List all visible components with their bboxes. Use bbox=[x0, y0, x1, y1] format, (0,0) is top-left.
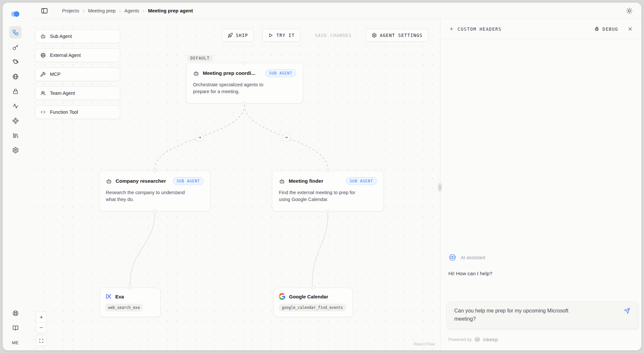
globe-icon bbox=[12, 73, 19, 80]
sidebar-item-settings[interactable] bbox=[9, 144, 22, 156]
globe-icon bbox=[40, 52, 46, 58]
assistant-identity: AI assistant bbox=[448, 253, 485, 261]
sidebar-item-activity[interactable] bbox=[9, 100, 22, 112]
node-handle[interactable] bbox=[128, 286, 132, 290]
content-area: Sub Agent External Agent MCP Team Agent bbox=[28, 19, 641, 350]
palette-item-team-agent[interactable]: Team Agent bbox=[35, 86, 120, 100]
hammer-icon bbox=[40, 71, 46, 77]
node-company-researcher[interactable]: Company researcher SUB AGENT Research th… bbox=[99, 171, 211, 211]
palette-item-label: Team Agent bbox=[50, 91, 75, 96]
try-it-button[interactable]: TRY IT bbox=[262, 29, 300, 42]
canvas-zoom-controls bbox=[36, 311, 47, 346]
sidebar-item-tags[interactable] bbox=[9, 56, 22, 68]
sidebar-item-security[interactable] bbox=[9, 85, 22, 97]
google-logo bbox=[279, 293, 285, 300]
user-avatar[interactable]: ME bbox=[12, 340, 19, 345]
node-description: Find the external meeting to prep for us… bbox=[279, 189, 365, 203]
agent-builder-window: ME Projects › Meeting prep › Agents › Me… bbox=[3, 3, 641, 350]
assistant-panel: CUSTOM HEADERS DEBUG bbox=[440, 19, 641, 350]
palette-item-function-tool[interactable]: Function Tool bbox=[35, 105, 120, 119]
fit-view-icon bbox=[39, 338, 44, 343]
inkeep-assistant-logo-icon bbox=[448, 253, 457, 261]
node-description: Research the company to understand what … bbox=[106, 189, 192, 203]
node-meeting-finder[interactable]: Meeting finder SUB AGENT Find the extern… bbox=[272, 171, 384, 211]
close-icon bbox=[627, 26, 633, 32]
palette-item-label: Sub Agent bbox=[50, 34, 72, 39]
component-icon bbox=[12, 117, 19, 124]
node-handle[interactable] bbox=[153, 210, 157, 213]
ship-button[interactable]: SHIP bbox=[222, 29, 254, 42]
tags-icon bbox=[12, 59, 19, 65]
send-message-button[interactable] bbox=[623, 308, 630, 314]
bot-icon bbox=[106, 178, 112, 184]
node-tool-exa[interactable]: Exa web_search_exa bbox=[100, 288, 161, 317]
node-handle[interactable] bbox=[153, 169, 157, 173]
sidebar-item-library[interactable] bbox=[9, 129, 22, 142]
sun-icon bbox=[626, 7, 633, 14]
sidebar-item-external[interactable] bbox=[9, 70, 22, 83]
palette-item-sub-agent[interactable]: Sub Agent bbox=[35, 29, 120, 43]
workflow-icon bbox=[12, 29, 19, 36]
breadcrumb-meeting-prep[interactable]: Meeting prep bbox=[88, 8, 116, 13]
sidebar-item-keys[interactable] bbox=[9, 41, 22, 53]
flow-canvas[interactable]: Sub Agent External Agent MCP Team Agent bbox=[28, 19, 440, 350]
debug-button[interactable]: DEBUG bbox=[594, 26, 618, 32]
breadcrumb: Projects › Meeting prep › Agents › Meeti… bbox=[62, 8, 193, 13]
node-meeting-prep-coordinator[interactable]: DEFAULT Meeting prep coordi... SUB AGENT… bbox=[186, 63, 303, 104]
react-flow-attribution[interactable]: React Flow bbox=[414, 342, 435, 346]
breadcrumb-agents[interactable]: Agents bbox=[124, 8, 139, 13]
assistant-panel-header: CUSTOM HEADERS DEBUG bbox=[441, 19, 641, 39]
close-panel-button[interactable] bbox=[627, 26, 633, 32]
palette-item-label: External Agent bbox=[50, 53, 81, 58]
breadcrumb-projects[interactable]: Projects bbox=[62, 8, 79, 13]
panel-left-toggle[interactable] bbox=[40, 7, 48, 15]
inkeep-logo-icon bbox=[474, 336, 480, 343]
sub-agent-badge: SUB AGENT bbox=[173, 177, 204, 185]
breadcrumb-separator: › bbox=[119, 8, 121, 13]
minus-icon bbox=[39, 325, 44, 330]
chat-input-text[interactable]: Can you help me prep for my upcoming Mic… bbox=[454, 307, 588, 323]
sidebar-item-help[interactable] bbox=[9, 307, 22, 319]
fit-view-button[interactable] bbox=[36, 335, 46, 346]
send-icon bbox=[623, 308, 630, 314]
sidebar-item-graph[interactable] bbox=[9, 26, 22, 39]
zoom-in-button[interactable] bbox=[36, 312, 46, 322]
node-title: Company researcher bbox=[116, 178, 169, 184]
chat-area: AI assistant Hi! How can I help? Can you… bbox=[441, 39, 641, 350]
code-icon bbox=[40, 109, 46, 115]
debug-label: DEBUG bbox=[603, 26, 618, 32]
play-icon bbox=[268, 33, 273, 38]
custom-headers-label: CUSTOM HEADERS bbox=[458, 26, 502, 32]
grip-dots-icon bbox=[439, 185, 441, 190]
plus-icon bbox=[449, 26, 454, 31]
palette-item-external-agent[interactable]: External Agent bbox=[35, 48, 120, 62]
bot-icon bbox=[193, 70, 199, 76]
edge-arrow-marker bbox=[195, 133, 204, 142]
theme-toggle-button[interactable] bbox=[626, 7, 633, 14]
edge-arrow-marker bbox=[282, 133, 291, 142]
agent-settings-button-label: AGENT SETTINGS bbox=[380, 33, 423, 38]
node-tool-google-calendar[interactable]: Google Calendar google_calendar_find_eve… bbox=[273, 288, 353, 317]
node-handle[interactable] bbox=[326, 210, 330, 213]
panel-resize-handle[interactable] bbox=[438, 183, 442, 192]
chat-message-input[interactable]: Can you help me prep for my upcoming Mic… bbox=[446, 301, 639, 329]
save-changes-button[interactable]: SAVE CHANGES bbox=[309, 29, 357, 42]
node-handle[interactable] bbox=[243, 61, 247, 65]
save-changes-button-label: SAVE CHANGES bbox=[315, 33, 351, 38]
custom-headers-button[interactable]: CUSTOM HEADERS bbox=[449, 26, 502, 32]
agent-settings-button[interactable]: AGENT SETTINGS bbox=[366, 29, 428, 42]
tool-title: Exa bbox=[115, 294, 124, 299]
left-rail: ME bbox=[3, 3, 28, 350]
sidebar-item-docs[interactable] bbox=[9, 322, 22, 334]
node-handle[interactable] bbox=[243, 102, 247, 105]
sidebar-item-components[interactable] bbox=[9, 114, 22, 127]
bot-icon bbox=[40, 33, 46, 39]
palette-item-mcp[interactable]: MCP bbox=[35, 67, 120, 81]
powered-by-footer[interactable]: Powered by inkeep bbox=[448, 336, 498, 343]
sub-agent-badge: SUB AGENT bbox=[265, 69, 296, 77]
node-handle[interactable] bbox=[326, 169, 330, 173]
node-handle[interactable] bbox=[312, 286, 315, 290]
try-it-button-label: TRY IT bbox=[276, 33, 295, 38]
inkeep-logo[interactable] bbox=[10, 9, 20, 18]
zoom-out-button[interactable] bbox=[36, 322, 46, 333]
